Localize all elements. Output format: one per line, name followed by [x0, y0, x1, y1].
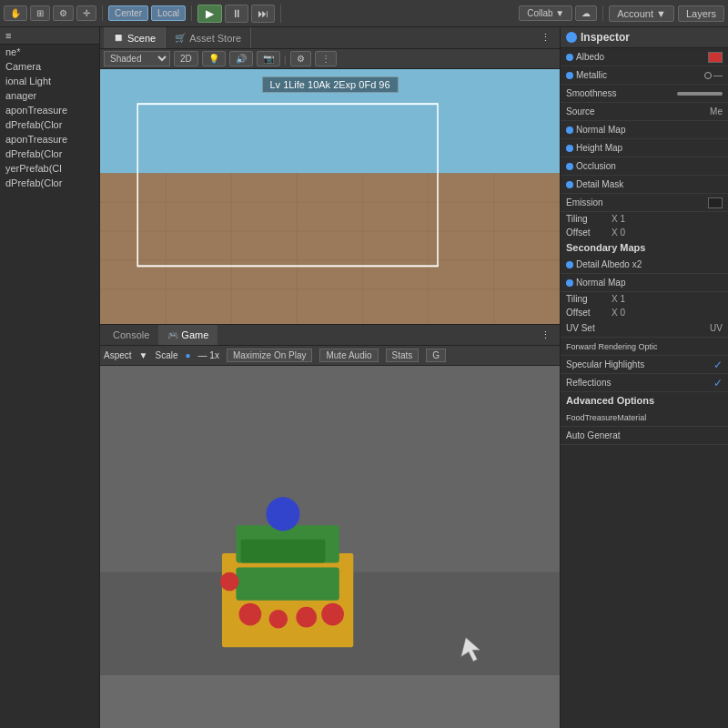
smoothness-row: Smoothness	[561, 85, 728, 103]
hierarchy-item-1[interactable]: Camera	[0, 59, 99, 74]
offset-label: Offset	[566, 228, 612, 238]
tiling-row: Tiling X 1	[561, 212, 728, 226]
lighting-btn[interactable]: 💡	[202, 51, 226, 66]
offset2-x: X 0	[612, 308, 625, 318]
game-view: Lv 1Life 10Ak 2Exp 0Fd 98	[100, 366, 560, 728]
tiling-x: X 1	[612, 214, 625, 224]
hierarchy-item-4[interactable]: aponTreasure	[0, 103, 99, 117]
occlusion-label: Occlusion	[566, 161, 723, 171]
tab-bar-menu[interactable]: ⋮	[535, 32, 556, 44]
scene-tab[interactable]: 🔲 Scene	[104, 27, 166, 48]
account-btn[interactable]: Account ▼	[609, 5, 674, 22]
scene-content: Lv 1Life 10Ak 2Exp 0Fd 96	[100, 69, 560, 324]
specular-row: Specular Highlights ✓	[561, 356, 728, 374]
scale-label: Scale	[155, 350, 177, 360]
normal-map-label: Normal Map	[566, 125, 723, 135]
emission-swatch[interactable]	[708, 197, 723, 208]
scene-more-btn[interactable]: ⋮	[315, 51, 337, 66]
scene-view: Lv 1Life 10Ak 2Exp 0Fd 96	[100, 69, 560, 324]
svg-point-22	[321, 603, 344, 626]
gizmos-btn[interactable]: ⚙	[290, 51, 311, 66]
smoothness-value	[677, 92, 723, 96]
svg-rect-1	[100, 174, 560, 324]
albedo-dot	[566, 54, 573, 61]
move-tool-btn[interactable]: ✛	[76, 5, 96, 21]
local-btn[interactable]: Local	[151, 5, 186, 21]
hierarchy-item-2[interactable]: ional Light	[0, 74, 99, 88]
mute-btn[interactable]: Mute Audio	[319, 349, 378, 362]
svg-point-25	[220, 572, 239, 592]
pause-btn[interactable]: ⏸	[225, 5, 248, 23]
tiling2-row: Tiling X 1	[561, 292, 728, 306]
albedo-value[interactable]	[708, 52, 723, 63]
layers-btn[interactable]: Layers	[678, 5, 724, 22]
svg-point-23	[266, 497, 299, 531]
game-tab-label: Game	[181, 329, 208, 340]
console-tab[interactable]: Console	[104, 325, 158, 345]
albedo-label: Albedo	[566, 52, 708, 62]
hand-tool-btn[interactable]: ✋	[4, 5, 27, 21]
scale-value: — 1x	[198, 350, 219, 360]
collab-btn[interactable]: Collab ▼	[519, 5, 572, 21]
hierarchy-item-8[interactable]: yerPrefab(Cl	[0, 161, 99, 176]
height-map-label: Height Map	[566, 143, 723, 153]
reflections-row: Reflections ✓	[561, 374, 728, 392]
inspector-title: Inspector	[581, 31, 630, 44]
top-toolbar: ✋ ⊞ ⚙ ✛ Center Local ▶ ⏸ ⏭ Collab ▼ ☁ Ac…	[0, 0, 728, 27]
tool-group-2: Center Local	[108, 5, 192, 21]
scene-toolbar: Shaded Wireframe 2D 💡 🔊 📷 | ⚙ ⋮	[100, 49, 560, 69]
inspector-panel: Inspector Albedo Metallic —	[560, 27, 728, 728]
gizmos-game-btn[interactable]: G	[426, 349, 446, 362]
detail-mask-row: Detail Mask	[561, 176, 728, 194]
metallic-dot	[566, 72, 573, 79]
material-label: FoodTreasureMaterial	[566, 413, 723, 422]
hierarchy-item-7[interactable]: dPrefab(Clor	[0, 147, 99, 161]
hierarchy-item-5[interactable]: dPrefab(Clor	[0, 117, 99, 132]
game-tab[interactable]: 🎮 Game	[158, 325, 217, 345]
settings-btn[interactable]: ⚙	[53, 5, 74, 21]
hierarchy-item-3[interactable]: anager	[0, 88, 99, 103]
metallic-label: Metallic	[566, 70, 704, 80]
scene-hud: Lv 1Life 10Ak 2Exp 0Fd 96	[261, 76, 398, 93]
metallic-dash: —	[713, 70, 723, 80]
main-layout: ≡ ne* Camera ional Light anager aponTrea…	[0, 27, 728, 728]
asset-store-tab[interactable]: 🛒 Asset Store	[166, 27, 251, 48]
aspect-label: Aspect	[104, 350, 132, 360]
detail-albedo-dot	[566, 261, 573, 268]
stats-btn[interactable]: Stats	[386, 349, 420, 362]
albedo-swatch[interactable]	[708, 52, 723, 63]
metallic-value: —	[704, 70, 723, 80]
advanced-options-section: Advanced Options	[561, 392, 728, 409]
cloud-btn[interactable]: ☁	[575, 5, 597, 21]
center-btn[interactable]: Center	[108, 5, 148, 21]
secondary-maps-section: Secondary Maps	[561, 239, 728, 256]
2d-btn[interactable]: 2D	[174, 51, 198, 66]
hierarchy-item-9[interactable]: dPrefab(Clor	[0, 176, 99, 190]
tiling2-label: Tiling	[566, 294, 612, 304]
bottom-tab-bar: Console 🎮 Game ⋮	[100, 324, 560, 346]
reflections-value[interactable]: ✓	[713, 377, 723, 389]
normal-map2-row: Normal Map	[561, 274, 728, 292]
game-toolbar: Aspect ▼ Scale ● — 1x Maximize On Play M…	[100, 346, 560, 366]
rect-tool-btn[interactable]: ⊞	[30, 5, 50, 21]
offset-row: Offset X 0	[561, 226, 728, 239]
play-btn[interactable]: ▶	[197, 5, 222, 23]
step-btn[interactable]: ⏭	[251, 5, 275, 23]
height-dot	[566, 145, 573, 152]
specular-checkbox[interactable]: ✓	[713, 359, 723, 371]
scene-cam-btn[interactable]: 📷	[257, 51, 280, 66]
specular-value[interactable]: ✓	[713, 359, 723, 371]
hierarchy-item-0[interactable]: ne*	[0, 45, 99, 59]
source-value: Me	[710, 106, 723, 116]
maximize-btn[interactable]: Maximize On Play	[227, 349, 313, 362]
fx-btn[interactable]: 🔊	[229, 51, 253, 66]
uv-set-label: UV Set	[566, 323, 710, 333]
hierarchy-item-6[interactable]: aponTreasure	[0, 132, 99, 147]
occlusion-row: Occlusion	[561, 157, 728, 176]
shading-select[interactable]: Shaded Wireframe	[104, 51, 170, 66]
smoothness-slider[interactable]	[677, 92, 723, 96]
svg-point-20	[269, 610, 288, 629]
reflections-checkbox[interactable]: ✓	[713, 377, 723, 389]
bottom-tab-menu[interactable]: ⋮	[535, 329, 556, 341]
asset-tab-icon: 🛒	[175, 33, 186, 43]
